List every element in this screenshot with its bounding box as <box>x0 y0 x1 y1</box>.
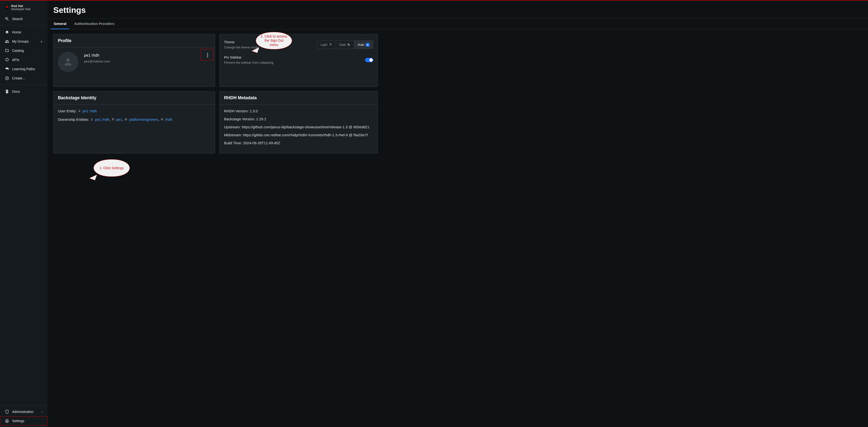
group-icon <box>160 118 164 122</box>
svg-point-3 <box>66 58 70 62</box>
appearance-card: Theme Change the theme mode Light Dark <box>219 34 378 87</box>
theme-label: Theme <box>224 40 259 44</box>
api-icon <box>5 58 9 62</box>
sidebar-item-apis[interactable]: APIs <box>0 55 48 64</box>
sidebar: Red Hat Developer Hub Search Home My Gro… <box>0 0 48 427</box>
svg-point-6 <box>92 118 93 119</box>
redhat-icon <box>5 6 9 10</box>
svg-point-4 <box>330 44 331 45</box>
sidebar-item-administration[interactable]: Administration › <box>0 407 48 416</box>
svg-point-5 <box>79 110 80 111</box>
meta-val: 1.3.0 <box>250 109 258 113</box>
metadata-card-header: RHDH Metadata <box>220 92 378 105</box>
user-entity-link[interactable]: pe1 rhdh <box>83 109 97 113</box>
annotation-callout-1: 1. Click Settings <box>93 159 130 177</box>
brand-top: Red Hat <box>11 4 31 8</box>
sidebar-item-learning[interactable]: Learning Paths <box>0 64 48 74</box>
tab-bar: General Authentication Providers <box>48 18 868 29</box>
meta-key: RHDH Version: <box>224 109 250 113</box>
svg-point-9 <box>125 118 126 119</box>
sidebar-item-label: APIs <box>12 58 20 62</box>
meta-val: https://gitlab.cee.redhat.com/rhidp/rhdh… <box>243 133 368 137</box>
user-circle-icon <box>5 419 9 423</box>
pin-sidebar-sublabel: Prevent the sidebar from collapsing <box>224 61 273 64</box>
meta-val: https://github.com/janus-idp/backstage-s… <box>242 125 369 129</box>
theme-light-label: Light <box>321 43 328 46</box>
ownership-label: Ownership Entities: <box>58 118 89 122</box>
identity-card-header: Backstage Identity <box>54 92 215 105</box>
meta-key: Upstream: <box>224 125 242 129</box>
ownership-link[interactable]: platformengineers <box>129 118 158 122</box>
svg-point-7 <box>112 118 113 119</box>
meta-key: Midstream: <box>224 133 243 137</box>
group-icon <box>124 118 128 122</box>
home-icon <box>5 30 9 34</box>
pin-sidebar-label: Pin Sidebar <box>224 56 273 59</box>
sidebar-item-docs[interactable]: Docs <box>0 87 48 96</box>
sun-icon <box>329 43 332 47</box>
svg-point-8 <box>113 119 114 119</box>
sidebar-item-label: Catalog <box>12 48 24 53</box>
theme-dark-label: Dark <box>339 43 346 46</box>
sidebar-item-mygroups[interactable]: My Groups ▸ <box>0 37 48 46</box>
sidebar-divider <box>0 25 48 26</box>
search-icon <box>5 17 9 21</box>
sidebar-item-settings[interactable]: Settings <box>0 416 48 426</box>
catalog-icon <box>5 48 9 53</box>
meta-key: Backstage Version: <box>224 117 256 121</box>
sidebar-search-label: Search <box>12 17 23 21</box>
annotation-callout-2: 2. Click to access the Sign Out menu <box>256 32 292 50</box>
meta-val: 2024-09-26T11:49:45Z <box>243 141 280 145</box>
shield-icon <box>5 409 9 414</box>
user-entity-label: User Entity: <box>58 109 77 113</box>
sidebar-search[interactable]: Search <box>0 14 48 24</box>
rhdh-metadata-card: RHDH Metadata RHDH Version: 1.3.0 Backst… <box>219 91 378 154</box>
avatar <box>58 52 78 72</box>
profile-email: pe1@rhdemo.com <box>84 60 110 63</box>
meta-val: 1.29.2 <box>256 117 267 121</box>
profile-name: pe1 rhdh <box>84 53 110 58</box>
sidebar-item-label: My Groups <box>12 39 29 43</box>
sidebar-item-label: Learning Paths <box>12 67 35 71</box>
user-icon <box>78 109 81 113</box>
sidebar-item-create[interactable]: Create... <box>0 74 48 83</box>
chevron-right-icon: › <box>41 410 42 414</box>
svg-point-11 <box>161 118 162 119</box>
profile-card-header: Profile <box>54 34 215 47</box>
moon-icon <box>347 43 351 47</box>
brand[interactable]: Red Hat Developer Hub <box>0 0 48 14</box>
sidebar-item-label: Docs <box>12 90 20 93</box>
svg-point-10 <box>126 119 127 119</box>
tab-auth-providers[interactable]: Authentication Providers <box>73 19 115 29</box>
meta-key: Build Time: <box>224 141 243 145</box>
backstage-identity-card: Backstage Identity User Entity: pe1 rhdh… <box>53 91 215 154</box>
sidebar-item-catalog[interactable]: Catalog <box>0 46 48 55</box>
kebab-icon <box>206 53 210 57</box>
sidebar-item-home[interactable]: Home <box>0 28 48 37</box>
svg-point-12 <box>162 119 163 119</box>
group-icon <box>112 118 115 122</box>
theme-light-button[interactable]: Light <box>317 41 336 48</box>
groups-icon <box>5 39 9 43</box>
pin-sidebar-toggle[interactable] <box>365 58 373 62</box>
theme-segmented-control: Light Dark Auto <box>317 40 373 49</box>
profile-card: Profile pe1 rhdh pe1@rhdemo.com <box>53 34 215 87</box>
theme-auto-button[interactable]: Auto <box>354 41 373 48</box>
sidebar-item-label: Settings <box>12 419 25 423</box>
sidebar-item-label: Home <box>12 30 21 34</box>
page-title: Settings <box>48 0 868 18</box>
theme-dark-button[interactable]: Dark <box>336 41 354 48</box>
tab-general[interactable]: General <box>53 19 67 29</box>
user-icon <box>90 118 93 122</box>
ownership-link[interactable]: rhdh <box>165 118 173 122</box>
brand-sub: Developer Hub <box>11 8 31 11</box>
learning-icon <box>5 67 9 71</box>
theme-auto-label: Auto <box>358 43 364 46</box>
main-content: Settings General Authentication Provider… <box>48 0 868 427</box>
svg-point-2 <box>6 420 8 421</box>
sidebar-item-label: Create... <box>12 76 25 80</box>
ownership-link[interactable]: pe1 rhdh <box>95 118 109 122</box>
chevron-right-icon: ▸ <box>41 39 42 43</box>
profile-actions-menu-button[interactable] <box>203 51 212 60</box>
ownership-link[interactable]: pe1 <box>116 118 122 122</box>
